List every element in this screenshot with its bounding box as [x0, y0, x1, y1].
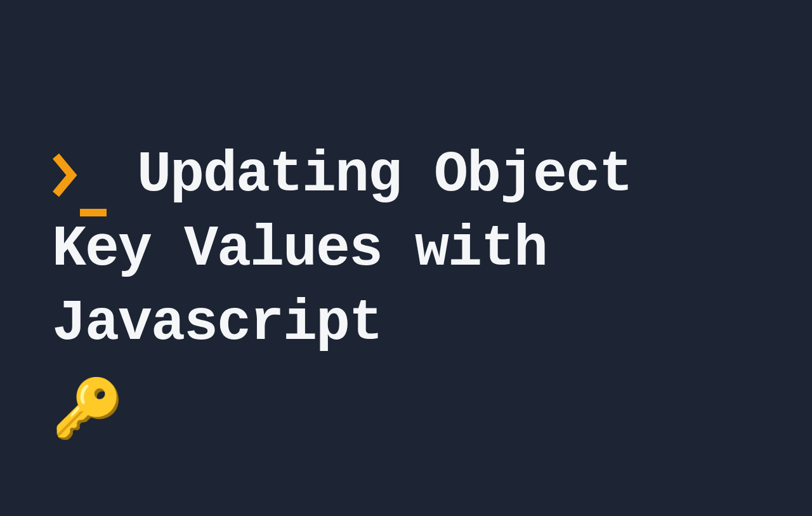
underscore-icon: [80, 209, 107, 216]
svg-rect-0: [80, 209, 107, 216]
terminal-prompt-icon: [52, 138, 107, 213]
slide-content: Updating Object Key Values with Javascri…: [52, 138, 750, 441]
title-block: Updating Object Key Values with Javascri…: [52, 138, 750, 361]
key-emoji-icon: 🔑: [52, 384, 750, 441]
chevron-right-icon: [52, 153, 79, 197]
slide-title: Updating Object Key Values with Javascri…: [52, 143, 632, 356]
